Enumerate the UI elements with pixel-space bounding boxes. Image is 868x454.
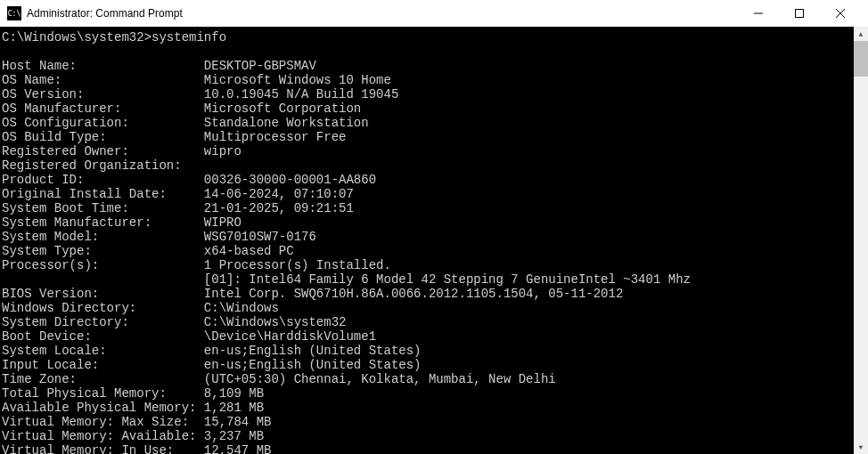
output-row: [01]: Intel64 Family 6 Model 42 Stepping…	[2, 272, 866, 287]
output-row: Total Physical Memory: 8,109 MB	[2, 386, 866, 401]
output-row: Host Name: DESKTOP-GBPSMAV	[2, 59, 866, 73]
output-row: OS Manufacturer: Microsoft Corporation	[2, 101, 866, 116]
output-row: OS Name: Microsoft Windows 10 Home	[2, 73, 866, 87]
output-label: System Manufacturer:	[2, 215, 204, 230]
output-value: Microsoft Windows 10 Home	[204, 73, 391, 87]
svg-rect-1	[796, 10, 804, 18]
cmd-icon: C:\	[7, 6, 21, 20]
output-label: Time Zone:	[2, 372, 204, 386]
output-label: Total Physical Memory:	[2, 386, 204, 401]
output-row: Original Install Date: 14-06-2024, 07:10…	[2, 187, 866, 201]
output-value: (UTC+05:30) Chennai, Kolkata, Mumbai, Ne…	[204, 372, 556, 386]
terminal-output[interactable]: C:\Windows\system32>systeminfo Host Name…	[0, 27, 868, 454]
output-label: Virtual Memory: Available:	[2, 429, 204, 443]
output-value: 14-06-2024, 07:10:07	[204, 187, 354, 201]
command-prompt-line: C:\Windows\system32>systeminfo	[2, 30, 866, 45]
output-label	[2, 272, 204, 287]
output-row: Boot Device: \Device\HarddiskVolume1	[2, 329, 866, 344]
output-label: Available Physical Memory:	[2, 401, 204, 415]
output-row: Product ID: 00326-30000-00001-AA860	[2, 173, 866, 187]
output-row: Registered Organization:	[2, 158, 866, 173]
output-label: OS Version:	[2, 87, 204, 101]
output-label: Boot Device:	[2, 329, 204, 344]
output-value: WSG7010SW7-0176	[204, 230, 316, 244]
window-controls	[738, 0, 861, 27]
output-value: 21-01-2025, 09:21:51	[204, 201, 354, 215]
output-row: Virtual Memory: In Use: 12,547 MB	[2, 443, 866, 454]
output-label: BIOS Version:	[2, 287, 204, 301]
output-row: Available Physical Memory: 1,281 MB	[2, 401, 866, 415]
output-row: Virtual Memory: Max Size: 15,784 MB	[2, 415, 866, 429]
output-label: Windows Directory:	[2, 301, 204, 315]
window-titlebar: C:\ Administrator: Command Prompt	[0, 0, 868, 27]
output-label: Virtual Memory: In Use:	[2, 443, 204, 454]
output-label: Registered Organization:	[2, 158, 204, 173]
output-row: Windows Directory: C:\Windows	[2, 301, 866, 315]
window-title: Administrator: Command Prompt	[27, 7, 738, 20]
output-row: System Locale: en-us;English (United Sta…	[2, 344, 866, 358]
output-row: System Model: WSG7010SW7-0176	[2, 230, 866, 244]
output-row: Registered Owner: wipro	[2, 144, 866, 158]
output-row: OS Configuration: Standalone Workstation	[2, 116, 866, 130]
output-value: Intel Corp. SWQ6710H.86A.0066.2012.1105.…	[204, 287, 623, 301]
output-label: System Type:	[2, 244, 204, 258]
output-row: Time Zone: (UTC+05:30) Chennai, Kolkata,…	[2, 372, 866, 386]
output-label: Host Name:	[2, 59, 204, 73]
close-button[interactable]	[820, 0, 861, 27]
scrollbar-up-arrow[interactable]: ▲	[854, 27, 868, 41]
output-row: System Boot Time: 21-01-2025, 09:21:51	[2, 201, 866, 215]
minimize-button[interactable]	[738, 0, 779, 27]
output-value: DESKTOP-GBPSMAV	[204, 59, 316, 73]
output-label: OS Build Type:	[2, 130, 204, 144]
blank-line	[2, 45, 866, 59]
output-label: Original Install Date:	[2, 187, 204, 201]
output-value: 8,109 MB	[204, 386, 264, 401]
output-value: 1,281 MB	[204, 401, 264, 415]
output-value: 10.0.19045 N/A Build 19045	[204, 87, 398, 101]
output-label: Input Locale:	[2, 358, 204, 372]
output-row: System Directory: C:\Windows\system32	[2, 315, 866, 329]
vertical-scrollbar[interactable]: ▲ ▼	[854, 27, 868, 454]
output-label: Product ID:	[2, 173, 204, 187]
output-row: OS Build Type: Multiprocessor Free	[2, 130, 866, 144]
scrollbar-thumb[interactable]	[854, 41, 868, 77]
output-value: [01]: Intel64 Family 6 Model 42 Stepping…	[204, 272, 691, 287]
output-value: wipro	[204, 144, 242, 158]
output-label: System Model:	[2, 230, 204, 244]
output-row: Processor(s): 1 Processor(s) Installed.	[2, 258, 866, 272]
output-value: x64-based PC	[204, 244, 294, 258]
output-label: OS Name:	[2, 73, 204, 87]
output-label: Virtual Memory: Max Size:	[2, 415, 204, 429]
output-label: OS Manufacturer:	[2, 101, 204, 116]
output-row: System Type: x64-based PC	[2, 244, 866, 258]
output-label: System Boot Time:	[2, 201, 204, 215]
output-value: 12,547 MB	[204, 443, 272, 454]
output-value: C:\Windows\system32	[204, 315, 347, 329]
output-label: System Directory:	[2, 315, 204, 329]
output-label: System Locale:	[2, 344, 204, 358]
output-row: OS Version: 10.0.19045 N/A Build 19045	[2, 87, 866, 101]
output-value: Standalone Workstation	[204, 116, 369, 130]
output-value: Multiprocessor Free	[204, 130, 347, 144]
output-value: Microsoft Corporation	[204, 101, 361, 116]
output-row: Input Locale: en-us;English (United Stat…	[2, 358, 866, 372]
output-value: WIPRO	[204, 215, 242, 230]
command-text: systeminfo	[151, 30, 226, 45]
scrollbar-down-arrow[interactable]: ▼	[854, 440, 868, 454]
maximize-button[interactable]	[779, 0, 820, 27]
prompt-path: C:\Windows\system32>	[2, 30, 151, 45]
output-value: en-us;English (United States)	[204, 358, 422, 372]
output-value: 00326-30000-00001-AA860	[204, 173, 376, 187]
output-value: C:\Windows	[204, 301, 279, 315]
output-label: Processor(s):	[2, 258, 204, 272]
output-value: 15,784 MB	[204, 415, 272, 429]
output-row: BIOS Version: Intel Corp. SWQ6710H.86A.0…	[2, 287, 866, 301]
output-value: 1 Processor(s) Installed.	[204, 258, 391, 272]
output-row: System Manufacturer: WIPRO	[2, 215, 866, 230]
output-label: OS Configuration:	[2, 116, 204, 130]
output-row: Virtual Memory: Available: 3,237 MB	[2, 429, 866, 443]
output-value: en-us;English (United States)	[204, 344, 422, 358]
output-value: 3,237 MB	[204, 429, 264, 443]
output-value: \Device\HarddiskVolume1	[204, 329, 376, 344]
output-label: Registered Owner:	[2, 144, 204, 158]
